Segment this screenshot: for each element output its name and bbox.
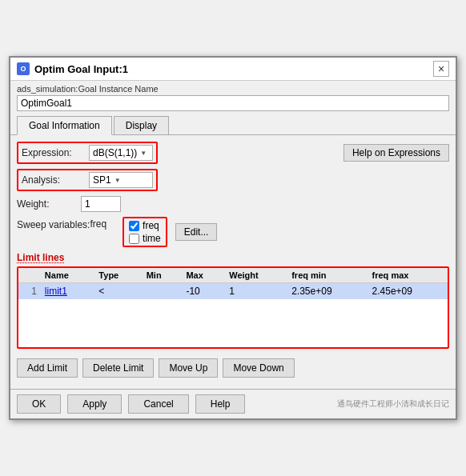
limit-name-link[interactable]: limit1 — [45, 286, 67, 297]
move-down-button[interactable]: Move Down — [223, 358, 294, 378]
instance-name-input[interactable] — [17, 95, 449, 111]
content-area: Expression: dB(S(1,1)) ▼ Help on Express… — [10, 135, 456, 389]
help-button[interactable]: Help — [195, 394, 246, 414]
analysis-value: SP1 — [93, 174, 111, 186]
col-weight: Weight — [224, 268, 287, 283]
table-empty-row-3 — [18, 331, 448, 347]
row-max: -10 — [181, 283, 224, 300]
limit-lines-label: Limit lines — [17, 252, 449, 263]
time-checkbox[interactable] — [129, 234, 139, 244]
col-freq-max: freq max — [368, 268, 448, 283]
watermark: 通鸟硬件工程师小清和成长日记 — [337, 398, 449, 410]
time-checkbox-label: time — [143, 233, 161, 244]
expression-outlined-group: Expression: dB(S(1,1)) ▼ — [17, 142, 158, 164]
limit-lines-table: Name Type Min Max Weight freq min freq m… — [18, 268, 448, 347]
help-expressions-button[interactable]: Help on Expressions — [343, 144, 449, 162]
time-checkbox-row: time — [129, 233, 161, 244]
expression-dropdown-arrow: ▼ — [140, 150, 147, 157]
col-num — [18, 268, 40, 283]
freq-checkbox[interactable] — [129, 221, 139, 231]
cancel-button[interactable]: Cancel — [128, 394, 188, 414]
delete-limit-button[interactable]: Delete Limit — [82, 358, 154, 378]
table-empty-row — [18, 299, 448, 315]
tab-display[interactable]: Display — [114, 116, 169, 134]
row-min — [142, 283, 182, 300]
title-bar-left: O Optim Goal Input:1 — [17, 62, 128, 75]
col-min: Min — [142, 268, 182, 283]
edit-button[interactable]: Edit... — [175, 223, 218, 241]
bottom-action-buttons: Add Limit Delete Limit Move Up Move Down — [17, 355, 449, 382]
limit-lines-table-container: Name Type Min Max Weight freq min freq m… — [17, 266, 449, 349]
row-name: limit1 — [40, 283, 94, 300]
instance-name-label: ads_simulation:Goal Instance Name — [10, 81, 456, 95]
expression-value: dB(S(1,1)) — [93, 147, 137, 158]
table-row[interactable]: 1 limit1 < -10 1 2.35e+09 2.45e+09 — [18, 283, 448, 300]
row-freq-min: 2.35e+09 — [287, 283, 367, 300]
main-window: O Optim Goal Input:1 × ads_simulation:Go… — [9, 56, 457, 420]
apply-button[interactable]: Apply — [67, 394, 122, 414]
col-max: Max — [181, 268, 224, 283]
weight-label: Weight: — [17, 198, 81, 210]
row-weight: 1 — [224, 283, 287, 300]
analysis-outlined-group: Analysis: SP1 ▼ — [17, 169, 158, 191]
sweep-value: freq — [90, 217, 106, 230]
freq-checkbox-label: freq — [143, 220, 159, 231]
weight-row: Weight: — [17, 196, 449, 212]
row-freq-max: 2.45e+09 — [368, 283, 448, 300]
sweep-row: Sweep variables: freq freq time Edit... — [17, 217, 449, 247]
freq-checkbox-row: freq — [129, 220, 161, 231]
expression-select[interactable]: dB(S(1,1)) ▼ — [89, 145, 153, 161]
weight-input[interactable] — [81, 196, 121, 212]
move-up-button[interactable]: Move Up — [159, 358, 218, 378]
footer: OK Apply Cancel Help 通鸟硬件工程师小清和成长日记 — [10, 389, 456, 418]
analysis-select[interactable]: SP1 ▼ — [89, 172, 153, 188]
row-type: < — [94, 283, 141, 300]
window-title: Optim Goal Input:1 — [34, 63, 128, 75]
table-empty-row-2 — [18, 315, 448, 331]
tabs: Goal Information Display — [10, 116, 456, 135]
window-icon: O — [17, 62, 30, 75]
col-name: Name — [40, 268, 94, 283]
analysis-row: Analysis: SP1 ▼ — [17, 169, 449, 191]
expression-row: Expression: dB(S(1,1)) ▼ Help on Express… — [17, 142, 449, 164]
col-freq-min: freq min — [287, 268, 367, 283]
add-limit-button[interactable]: Add Limit — [17, 358, 78, 378]
sweep-label: Sweep variables: — [17, 217, 90, 232]
table-header-row: Name Type Min Max Weight freq min freq m… — [18, 268, 448, 283]
col-type: Type — [94, 268, 141, 283]
analysis-label: Analysis: — [22, 174, 86, 186]
analysis-dropdown-arrow: ▼ — [114, 177, 121, 184]
row-number: 1 — [18, 283, 40, 300]
tab-goal-information[interactable]: Goal Information — [17, 116, 112, 135]
title-bar: O Optim Goal Input:1 × — [10, 58, 456, 81]
sweep-checkboxes-group: freq time — [123, 217, 167, 247]
close-button[interactable]: × — [433, 61, 449, 77]
ok-button[interactable]: OK — [17, 394, 61, 414]
expression-label: Expression: — [22, 147, 86, 158]
